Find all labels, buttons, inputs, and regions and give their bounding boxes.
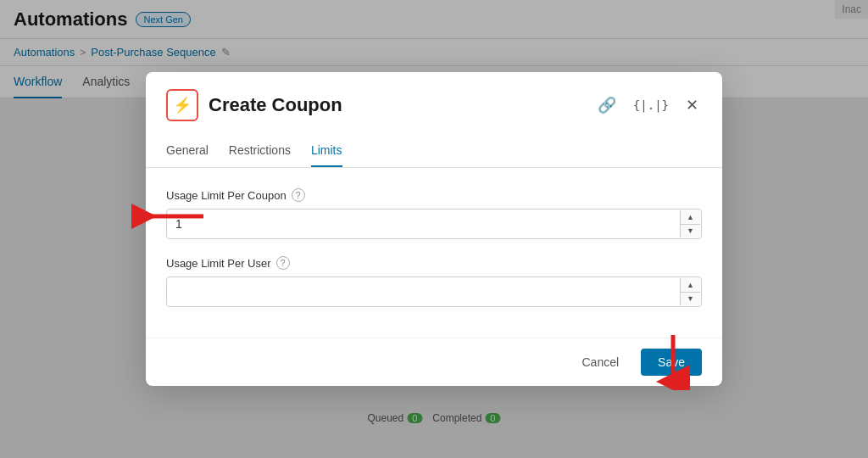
coupon-icon: ⚡ xyxy=(166,89,198,121)
spinner-user-down[interactable]: ▼ xyxy=(681,293,700,306)
cancel-button[interactable]: Cancel xyxy=(568,349,632,376)
modal-title: Create Coupon xyxy=(209,94,342,116)
modal-title-group: ⚡ Create Coupon xyxy=(166,89,342,121)
save-button[interactable]: Save xyxy=(641,349,702,376)
usage-limit-per-user-input-wrapper: ▲ ▼ xyxy=(166,276,702,307)
spinner-up[interactable]: ▲ xyxy=(681,210,700,225)
modal-action-buttons: 🔗 {|.|} ✕ xyxy=(594,92,702,118)
close-button[interactable]: ✕ xyxy=(682,92,702,118)
usage-limit-user-help-icon[interactable]: ? xyxy=(276,256,290,270)
modal-overlay: ⚡ Create Coupon 🔗 {|.|} ✕ General xyxy=(0,0,868,458)
usage-limit-per-coupon-input-wrapper: ▲ ▼ xyxy=(166,209,702,239)
tab-general[interactable]: General xyxy=(166,135,209,167)
code-button[interactable]: {|.|} xyxy=(630,95,672,115)
usage-limit-per-user-input[interactable] xyxy=(166,276,702,307)
modal-tab-bar: General Restrictions Limits xyxy=(146,135,722,168)
link-icon: 🔗 xyxy=(598,96,616,114)
modal-footer: Cancel Save xyxy=(146,338,722,386)
usage-limit-per-user-group: Usage Limit Per User ? ▲ ▼ xyxy=(166,256,702,307)
usage-limit-user-spinner: ▲ ▼ xyxy=(680,278,700,305)
spinner-down[interactable]: ▼ xyxy=(681,225,700,238)
code-icon: {|.|} xyxy=(633,98,669,112)
link-button[interactable]: 🔗 xyxy=(594,92,620,118)
usage-limit-spinner: ▲ ▼ xyxy=(680,210,700,237)
usage-limit-per-coupon-input[interactable] xyxy=(166,209,702,239)
spinner-user-up[interactable]: ▲ xyxy=(681,278,700,293)
close-icon: ✕ xyxy=(686,96,698,114)
modal-body: Usage Limit Per Coupon ? ▲ ▼ Usage Limit… xyxy=(146,168,722,338)
usage-limit-help-icon[interactable]: ? xyxy=(292,188,305,202)
tab-restrictions[interactable]: Restrictions xyxy=(229,135,291,167)
create-coupon-modal: ⚡ Create Coupon 🔗 {|.|} ✕ General xyxy=(146,72,722,386)
tab-limits[interactable]: Limits xyxy=(311,135,342,167)
usage-limit-per-coupon-group: Usage Limit Per Coupon ? ▲ ▼ xyxy=(166,188,702,239)
usage-limit-per-user-label: Usage Limit Per User ? xyxy=(166,256,702,270)
modal-header: ⚡ Create Coupon 🔗 {|.|} ✕ xyxy=(146,72,722,121)
usage-limit-per-coupon-label: Usage Limit Per Coupon ? xyxy=(166,188,702,202)
